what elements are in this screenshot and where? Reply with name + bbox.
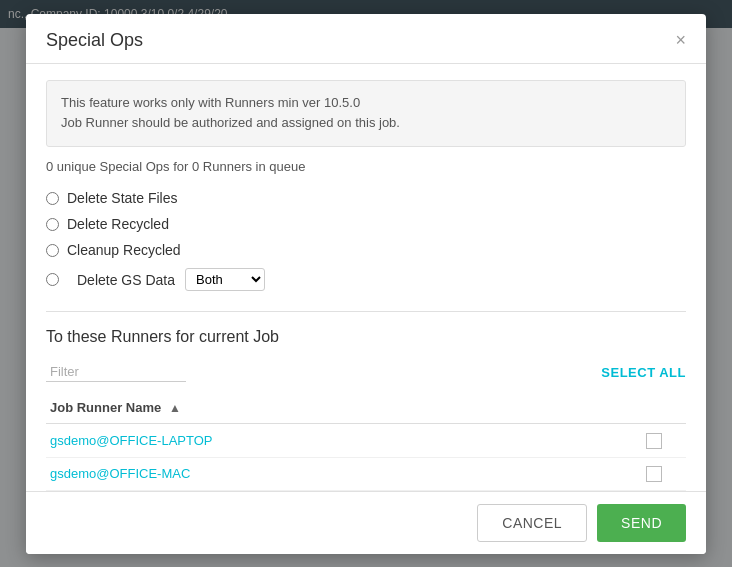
runner-name-cell: gsdemo@OFFICE-LAPTOP (46, 424, 622, 458)
delete-gs-radio[interactable] (46, 273, 59, 286)
table-header-row: Job Runner Name ▲ (46, 392, 686, 424)
options-section: Delete State Files Delete Recycled Clean… (46, 190, 686, 291)
cancel-button[interactable]: CANCEL (477, 504, 587, 542)
filter-input[interactable] (46, 362, 186, 382)
info-line2: Job Runner should be authorized and assi… (61, 113, 671, 134)
dialog-overlay: Special Ops × This feature works only wi… (0, 0, 732, 567)
runner-checkbox[interactable] (646, 433, 662, 449)
info-line1: This feature works only with Runners min… (61, 93, 671, 114)
column-header-check (622, 392, 686, 424)
option-delete-state-files: Delete State Files (46, 190, 686, 206)
runner-check-cell (622, 424, 686, 458)
option-cleanup-recycled: Cleanup Recycled (46, 242, 686, 258)
table-row: gsdemo@OFFICE-LAPTOP (46, 424, 686, 458)
cleanup-recycled-radio[interactable] (46, 244, 59, 257)
cleanup-recycled-label: Cleanup Recycled (67, 242, 181, 258)
runner-link[interactable]: gsdemo@OFFICE-LAPTOP (50, 433, 213, 448)
send-button[interactable]: SEND (597, 504, 686, 542)
delete-state-radio[interactable] (46, 192, 59, 205)
dialog-header: Special Ops × (26, 14, 706, 64)
dialog-body: This feature works only with Runners min… (26, 64, 706, 491)
delete-recycled-label: Delete Recycled (67, 216, 169, 232)
runner-name-cell: gsdemo@OFFICE-MAC (46, 457, 622, 490)
close-button[interactable]: × (675, 31, 686, 49)
info-box: This feature works only with Runners min… (46, 80, 686, 148)
both-dropdown[interactable]: Both Local Remote (185, 268, 265, 291)
table-row: gsdemo@OFFICE-MAC (46, 457, 686, 490)
section-divider (46, 311, 686, 312)
sort-icon[interactable]: ▲ (169, 401, 181, 415)
delete-recycled-radio[interactable] (46, 218, 59, 231)
runners-title: To these Runners for current Job (46, 328, 686, 346)
runner-check-cell (622, 457, 686, 490)
queue-info: 0 unique Special Ops for 0 Runners in qu… (46, 159, 686, 174)
column-header-name: Job Runner Name ▲ (46, 392, 622, 424)
runner-checkbox[interactable] (646, 466, 662, 482)
dialog-footer: CANCEL SEND (26, 491, 706, 554)
option-delete-recycled: Delete Recycled (46, 216, 686, 232)
select-all-button[interactable]: SELECT ALL (601, 365, 686, 380)
runner-link[interactable]: gsdemo@OFFICE-MAC (50, 466, 190, 481)
runners-table: Job Runner Name ▲ gsdemo@OFFICE-LAPTOP g… (46, 392, 686, 490)
dialog-title: Special Ops (46, 30, 143, 51)
option-delete-gs-data: Delete GS Data Both Local Remote (46, 268, 686, 291)
delete-gs-label: Delete GS Data (77, 272, 175, 288)
filter-row: SELECT ALL (46, 362, 686, 382)
special-ops-dialog: Special Ops × This feature works only wi… (26, 14, 706, 554)
delete-state-label: Delete State Files (67, 190, 178, 206)
